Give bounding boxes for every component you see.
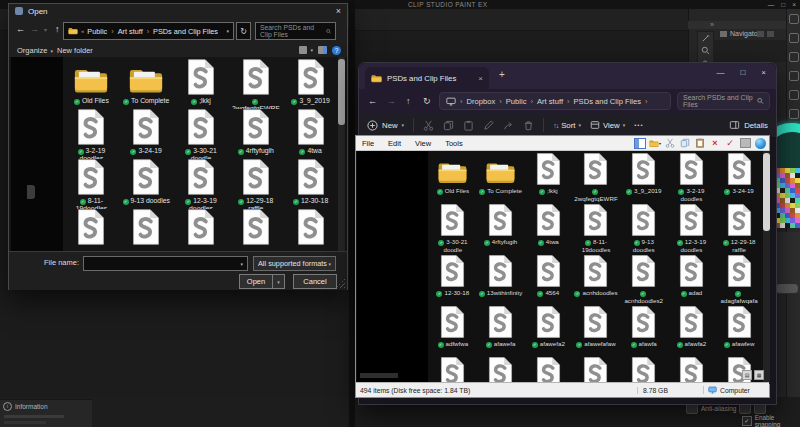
open-dropdown-button[interactable]: ▾	[272, 274, 285, 289]
scrollbar-thumb[interactable]	[763, 153, 770, 231]
up-icon[interactable]: ↑	[406, 96, 411, 106]
file-item[interactable]	[429, 357, 477, 384]
file-item[interactable]: ✓acnhdoodles2	[620, 255, 668, 306]
file-item[interactable]	[119, 209, 174, 251]
refresh-button[interactable]: ↻	[236, 22, 251, 40]
apply-check-icon[interactable]: ✓	[724, 137, 736, 149]
new-tab-icon[interactable]: +	[499, 69, 505, 80]
folder-tree-pane[interactable]	[357, 151, 428, 384]
file-item[interactable]: ✓3-24-19	[715, 153, 763, 204]
file-item[interactable]: ✓12-29-18 raffle	[228, 159, 283, 209]
file-item[interactable]: ✓12-30-18	[429, 255, 477, 306]
file-item[interactable]: ✓2wqfegtqEWRFG	[572, 153, 620, 204]
file-item[interactable]: ✓4twa	[283, 109, 338, 159]
file-item[interactable]: ✓3-24-19	[119, 109, 174, 159]
view-button[interactable]: View▾	[590, 120, 625, 130]
breadcrumb-item[interactable]: Public	[506, 97, 527, 106]
file-item[interactable]: ✓4twa	[524, 204, 572, 255]
organize-menu[interactable]: Organize▾	[17, 46, 53, 55]
cancel-button[interactable]: Cancel	[293, 274, 337, 289]
csp-color-palette[interactable]	[775, 168, 800, 230]
file-item[interactable]: ✓3-30-21 doodle	[429, 204, 477, 255]
file-item[interactable]: ✓4rftyfugih	[228, 109, 283, 159]
file-item[interactable]: ✓adagfafwqafa	[715, 255, 763, 306]
file-item[interactable]: ✓3-2-19 doodles	[668, 153, 716, 204]
file-item[interactable]	[228, 209, 283, 251]
explorer-tab[interactable]: PSDs and Clip Files ×	[365, 67, 489, 89]
file-item[interactable]: ✓afawefa2	[524, 306, 572, 357]
file-item[interactable]: ✓afawfa2	[668, 306, 716, 357]
toggle-tree-pane-button[interactable]	[634, 137, 646, 149]
breadcrumb-item[interactable]: PSDs and Clip Files	[574, 97, 642, 106]
file-item[interactable]: ✓To Complete	[477, 153, 525, 204]
sort-button[interactable]: ↑↓ Sort▾	[553, 121, 581, 130]
copy-icon[interactable]	[443, 120, 454, 131]
tab-close-icon[interactable]: ×	[478, 74, 483, 83]
rename-icon[interactable]	[483, 120, 494, 131]
preview-pane-button[interactable]	[318, 46, 327, 56]
file-item[interactable]: ✓9-13 doodles	[620, 204, 668, 255]
scrollbar[interactable]	[763, 151, 770, 384]
panel-icon[interactable]	[789, 109, 799, 119]
views-button[interactable]: ▾	[299, 46, 313, 54]
chevron-down-icon[interactable]: ▾	[226, 28, 229, 34]
resize-grip[interactable]	[336, 279, 345, 288]
file-item[interactable]	[64, 209, 119, 251]
back-icon[interactable]: ←	[16, 24, 25, 34]
menu-edit[interactable]: Edit	[388, 139, 401, 148]
file-item[interactable]: ✓adad	[668, 255, 716, 306]
file-item[interactable]: ✓3-2-19 doodles	[64, 109, 119, 159]
file-item[interactable]	[620, 357, 668, 384]
paste-icon[interactable]	[694, 137, 706, 149]
file-item[interactable]: ✓acnhdoodles	[572, 255, 620, 306]
file-name-input[interactable]: ▾	[83, 256, 248, 271]
csp-minimize-button[interactable]: —	[768, 1, 775, 8]
csp-maximize-button[interactable]: □	[781, 1, 785, 8]
panel-tab-icon[interactable]	[757, 31, 764, 37]
file-item[interactable]: ✓8-11-19doodles	[64, 159, 119, 209]
file-item[interactable]: ✓12-29-18 raffle	[715, 204, 763, 255]
panel-icon[interactable]	[789, 71, 799, 81]
breadcrumb-item[interactable]: Dropbox	[467, 97, 496, 106]
search-input[interactable]: Search PSDs and Clip Files	[255, 22, 336, 40]
enable-snapping-checkbox[interactable]: ✓	[742, 416, 752, 426]
file-item[interactable]	[572, 357, 620, 384]
file-item[interactable]: ✓;lkkj	[524, 153, 572, 204]
menu-view[interactable]: View	[415, 139, 431, 148]
close-icon[interactable]: ×	[761, 68, 766, 77]
new-folder-button[interactable]: New folder	[57, 46, 93, 55]
address-bar[interactable]: « Public›Art stuff›PSDs and Clip Files ▾	[63, 22, 234, 40]
file-item[interactable]	[524, 357, 572, 384]
file-item[interactable]: ✓8-11-19doodles	[572, 204, 620, 255]
sphere-tool-icon[interactable]	[754, 137, 766, 149]
csp-panel-button[interactable]	[776, 284, 798, 293]
recent-locations-icon[interactable]: ▾	[44, 26, 47, 33]
file-item[interactable]: ✓12-3-19 doodles	[668, 204, 716, 255]
file-item[interactable]: ✓12-30-18	[283, 159, 338, 209]
forward-icon[interactable]: →	[30, 24, 39, 34]
share-icon[interactable]	[503, 120, 514, 131]
forward-icon[interactable]: →	[387, 96, 396, 106]
explorer-tabbar[interactable]: PSDs and Clip Files × + — □ ×	[359, 63, 776, 89]
scrollbar[interactable]	[338, 57, 345, 251]
csp-panel-handle[interactable]: »	[688, 21, 800, 29]
file-item[interactable]: ✓9-13 doodles	[119, 159, 174, 209]
menu-file[interactable]: File	[362, 139, 374, 148]
file-item[interactable]: ✓adfwfwa	[429, 306, 477, 357]
pen-icon[interactable]	[701, 34, 710, 43]
view-mode-button[interactable]: ▤	[742, 370, 752, 380]
file-item[interactable]: ✓afawfew	[715, 306, 763, 357]
open-button[interactable]: Open	[239, 274, 273, 289]
paste-icon[interactable]	[463, 120, 474, 131]
file-item[interactable]	[477, 357, 525, 384]
navigation-tree-pane[interactable]	[11, 57, 63, 251]
tree-pane-handle[interactable]	[27, 185, 35, 199]
file-item[interactable]: ✓12-3-19 doodles	[174, 159, 229, 209]
new-button[interactable]: New▾	[367, 120, 404, 131]
panel-icon[interactable]	[789, 14, 799, 24]
back-icon[interactable]: ←	[368, 96, 377, 106]
breadcrumb-item[interactable]: Public	[87, 27, 107, 36]
open-dialog-titlebar[interactable]: Open ×	[9, 4, 347, 18]
breadcrumb-item[interactable]: Art stuff	[118, 27, 143, 36]
folder-up-button[interactable]: ▾	[649, 137, 661, 149]
